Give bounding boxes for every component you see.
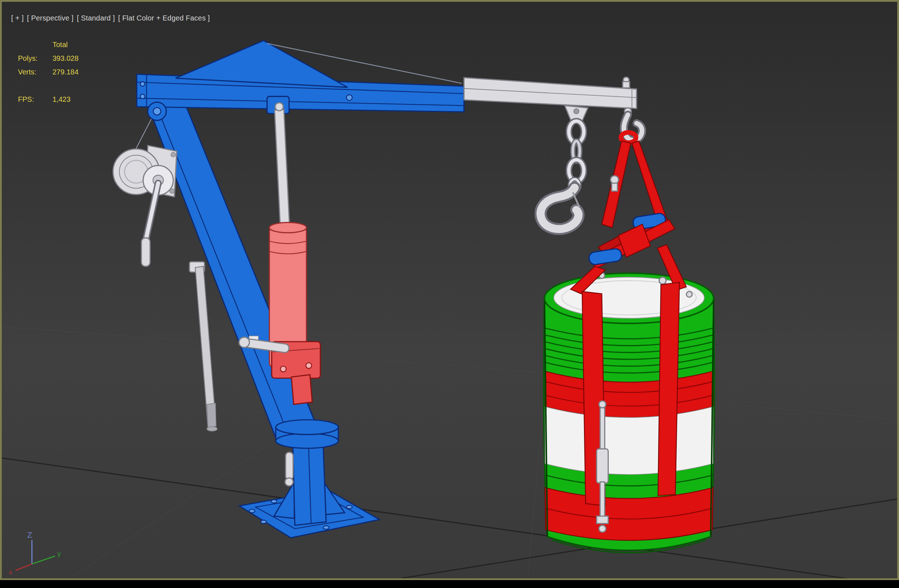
stats-header-row: Total bbox=[18, 38, 79, 51]
cylinder-cap bbox=[269, 222, 306, 233]
axis-x-label: x bbox=[9, 568, 12, 576]
clamp-bolt bbox=[281, 366, 286, 372]
base-bolt bbox=[249, 509, 255, 513]
stats-fps-label: FPS: bbox=[18, 93, 53, 106]
grid-line-faint bbox=[723, 404, 897, 420]
turnbuckle-body[interactable] bbox=[596, 449, 608, 483]
lifter-roller[interactable] bbox=[588, 248, 623, 265]
viewport-3d[interactable]: Z y x [ + ] [ Perspective ] [ Standard ]… bbox=[0, 0, 899, 580]
leg-foot[interactable] bbox=[207, 426, 217, 431]
turnbuckle-end bbox=[599, 525, 606, 532]
axis-y-label: y bbox=[57, 550, 61, 557]
winch-bolt bbox=[171, 153, 176, 157]
turnbuckle-rod-upper bbox=[600, 408, 605, 450]
mast-pin-end bbox=[285, 478, 293, 486]
mast-flange-top bbox=[276, 420, 338, 434]
stats-fps-value: 1,423 bbox=[53, 93, 71, 106]
clamp-bolt bbox=[306, 363, 312, 369]
turnbuckle-rod-lower bbox=[600, 482, 605, 517]
base-bolt bbox=[323, 526, 329, 529]
grid-line-faint bbox=[377, 360, 541, 373]
statistics-overlay: Total Polys: 393.028 Verts: 279.184 FPS:… bbox=[18, 38, 79, 106]
stats-spacer bbox=[18, 79, 79, 93]
stats-row-verts: Verts: 279.184 bbox=[18, 65, 79, 79]
stats-header: Total bbox=[53, 38, 68, 51]
beam-bolt bbox=[346, 94, 352, 100]
winch[interactable] bbox=[113, 146, 176, 267]
barrel-top-bolt bbox=[686, 291, 692, 297]
axis-z-label: Z bbox=[27, 531, 32, 540]
base-bolt bbox=[346, 505, 352, 509]
viewport-menu-shading[interactable]: [ Flat Color + Edged Faces ] bbox=[118, 14, 210, 22]
strap-vertical-right[interactable] bbox=[658, 282, 680, 495]
grid-line-faint bbox=[2, 327, 266, 346]
grid-line bbox=[2, 458, 897, 578]
mast-flange-bottom bbox=[276, 434, 338, 448]
boom-edge bbox=[154, 99, 287, 431]
viewport-menu-camera[interactable]: [ Standard ] bbox=[77, 14, 115, 22]
grid-line-faint bbox=[70, 441, 274, 578]
base-bolt bbox=[271, 500, 277, 503]
stats-row-fps: FPS: 1,423 bbox=[18, 93, 79, 106]
stats-header-spacer bbox=[18, 38, 53, 51]
leg-tip[interactable] bbox=[207, 403, 216, 428]
barrel[interactable] bbox=[544, 273, 714, 553]
rod-eye bbox=[275, 103, 283, 111]
turnbuckle-nut bbox=[596, 516, 608, 524]
stats-row-polys: Polys: 393.028 bbox=[18, 51, 79, 65]
strap-bolt-shank bbox=[612, 183, 618, 191]
turnbuckle-eye bbox=[599, 401, 606, 408]
strap-bolt bbox=[610, 176, 619, 184]
clevis-pin bbox=[573, 109, 579, 114]
axis-tripod: Z y x bbox=[9, 531, 61, 576]
crank-handle[interactable] bbox=[141, 238, 150, 266]
axis-y-line bbox=[32, 556, 55, 564]
stats-verts-label: Verts: bbox=[18, 65, 53, 79]
extension-beam[interactable] bbox=[464, 77, 636, 124]
stats-polys-value: 393.028 bbox=[53, 51, 79, 65]
crane-support-leg[interactable] bbox=[190, 262, 217, 431]
scene-canvas[interactable]: Z y x bbox=[2, 2, 897, 578]
beam-bolt bbox=[140, 82, 145, 86]
viewport-menu-general[interactable]: [ + ] bbox=[11, 14, 24, 22]
viewport-menu-pov[interactable]: [ Perspective ] bbox=[27, 14, 74, 22]
base-bolt bbox=[261, 520, 266, 524]
end-stud-base bbox=[623, 82, 630, 88]
beam-bolt bbox=[140, 94, 145, 99]
strap-branch-right[interactable] bbox=[632, 141, 668, 225]
clamp-lower-strap bbox=[291, 375, 312, 404]
mast-pin[interactable] bbox=[286, 452, 293, 480]
viewport-label: [ + ] [ Perspective ] [ Standard ] [ Fla… bbox=[11, 14, 210, 22]
axis-x-line bbox=[16, 564, 32, 570]
floor-grid bbox=[2, 319, 897, 578]
stats-verts-value: 279.184 bbox=[53, 65, 79, 79]
stats-polys-label: Polys: bbox=[18, 51, 53, 65]
barrel-top-bolt bbox=[659, 277, 666, 284]
cylinder-rod[interactable] bbox=[275, 110, 290, 230]
chain-and-hook[interactable] bbox=[541, 121, 584, 229]
boom-pivot-pin bbox=[153, 108, 161, 115]
